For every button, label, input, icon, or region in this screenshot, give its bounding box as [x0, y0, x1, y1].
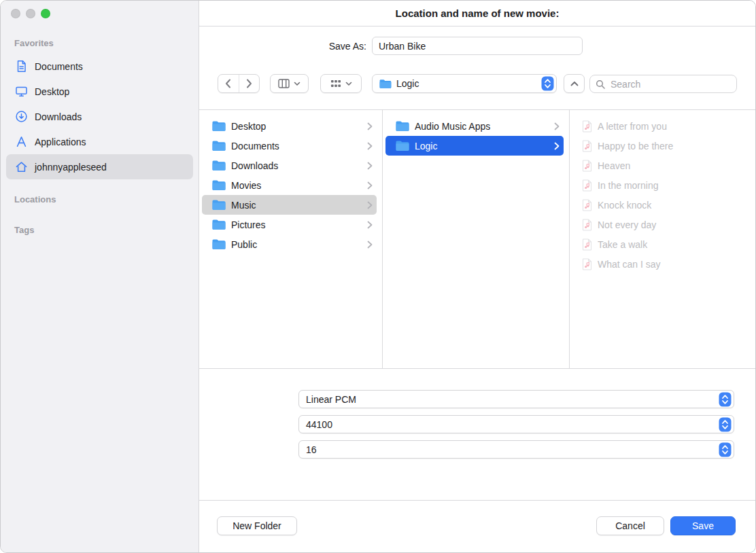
- window-controls: [11, 9, 50, 18]
- folder-icon: [211, 238, 226, 250]
- folder-item-downloads[interactable]: Downloads: [202, 156, 377, 175]
- location-popup-value: Logic: [396, 78, 536, 89]
- cancel-button[interactable]: Cancel: [596, 516, 664, 535]
- folder-name: Desktop: [231, 121, 362, 132]
- sidebar-section-title: Locations: [6, 190, 193, 210]
- file-item-what-can-i-say[interactable]: What can I say: [572, 254, 750, 274]
- chevron-right-icon: [367, 201, 373, 209]
- desktop-icon: [14, 85, 28, 99]
- applications-icon: [14, 135, 28, 149]
- audio-format-select[interactable]: Linear PCM: [298, 390, 734, 408]
- music-file-icon: [582, 238, 592, 251]
- sidebar-item-applications[interactable]: Applications: [6, 129, 193, 154]
- sidebar-item-label: Applications: [35, 137, 86, 147]
- folder-name: Music: [231, 200, 362, 211]
- file-name: Heaven: [598, 160, 746, 171]
- folder-item-logic[interactable]: Logic: [385, 136, 564, 156]
- file-item-in-the-morning[interactable]: In the morning: [572, 175, 750, 195]
- folder-item-music[interactable]: Music: [202, 195, 377, 215]
- chevron-right-icon: [367, 122, 373, 130]
- sidebar: FavoritesDocumentsDesktopDownloadsApplic…: [1, 1, 199, 552]
- group-view-button[interactable]: [320, 74, 362, 93]
- popup-stepper-icon: [541, 76, 554, 91]
- file-item-heaven[interactable]: Heaven: [572, 156, 750, 175]
- folder-icon: [211, 199, 226, 211]
- back-button[interactable]: [218, 75, 239, 92]
- sidebar-item-label: Downloads: [35, 111, 82, 122]
- chevron-down-icon: [345, 82, 352, 86]
- documents-icon: [14, 60, 28, 73]
- column-browser: DesktopDocumentsDownloadsMoviesMusicPict…: [199, 109, 755, 369]
- folder-name: Pictures: [231, 219, 362, 230]
- folder-item-pictures[interactable]: Pictures: [202, 215, 377, 234]
- chevron-right-icon: [367, 142, 373, 150]
- sidebar-item-documents[interactable]: Documents: [6, 54, 193, 79]
- location-popup[interactable]: Logic: [372, 74, 557, 93]
- stepper-icon: [719, 417, 732, 432]
- music-file-icon: [582, 140, 592, 152]
- chevron-right-icon: [367, 181, 373, 190]
- forward-button[interactable]: [239, 75, 260, 92]
- browser-column-3: A letter from youHappy to be thereHeaven…: [570, 110, 755, 368]
- file-name: What can I say: [598, 259, 746, 270]
- audio-format-row: Audio Format: Linear PCM: [199, 390, 755, 408]
- music-file-icon: [582, 258, 592, 270]
- chevron-right-icon: [554, 122, 560, 130]
- folder-name: Downloads: [231, 160, 362, 171]
- save-button[interactable]: Save: [670, 516, 736, 535]
- sidebar-item-johnnyappleseed[interactable]: johnnyappleseed: [6, 154, 193, 179]
- music-file-icon: [582, 179, 592, 192]
- grid-view-icon: [330, 79, 341, 88]
- save-dialog-window: FavoritesDocumentsDesktopDownloadsApplic…: [0, 0, 756, 553]
- folder-item-audio-music-apps[interactable]: Audio Music Apps: [385, 116, 564, 136]
- sidebar-item-desktop[interactable]: Desktop: [6, 79, 193, 104]
- stepper-icon: [719, 392, 732, 407]
- folder-name: Audio Music Apps: [415, 121, 549, 132]
- new-folder-button[interactable]: New Folder: [217, 516, 297, 535]
- file-name: Not every day: [598, 219, 746, 230]
- sidebar-item-label: Documents: [35, 61, 83, 72]
- chevron-right-icon: [246, 79, 252, 88]
- music-file-icon: [582, 120, 592, 132]
- folder-icon: [211, 120, 226, 132]
- sample-rate-value: 44100: [306, 419, 719, 430]
- chevron-up-icon: [570, 81, 579, 86]
- sidebar-sections: FavoritesDocumentsDesktopDownloadsApplic…: [6, 33, 193, 240]
- folder-icon: [211, 140, 226, 151]
- file-item-take-a-walk[interactable]: Take a walk: [572, 234, 750, 254]
- sample-rate-select[interactable]: 44100: [298, 415, 734, 433]
- file-item-a-letter-from-you[interactable]: A letter from you: [572, 116, 750, 136]
- music-file-icon: [582, 160, 592, 172]
- folder-item-public[interactable]: Public: [202, 234, 377, 254]
- save-as-label: Save As:: [273, 41, 366, 52]
- folder-item-documents[interactable]: Documents: [202, 136, 377, 156]
- file-item-happy-to-be-there[interactable]: Happy to be there: [572, 136, 750, 156]
- folder-name: Logic: [415, 141, 549, 151]
- column-view-button[interactable]: [270, 74, 309, 93]
- file-name: Take a walk: [598, 239, 746, 250]
- minimize-window-button[interactable]: [26, 9, 35, 18]
- save-as-input[interactable]: [372, 37, 583, 55]
- chevron-right-icon: [367, 221, 373, 229]
- zoom-window-button[interactable]: [41, 9, 50, 18]
- bit-depth-value: 16: [306, 444, 719, 455]
- folder-icon: [211, 179, 226, 191]
- browser-column-1: DesktopDocumentsDownloadsMoviesMusicPict…: [199, 110, 383, 368]
- file-name: Knock knock: [598, 200, 746, 211]
- folder-icon: [395, 140, 409, 151]
- sample-rate-row: Sample Rate: 44100: [199, 415, 755, 433]
- file-item-not-every-day[interactable]: Not every day: [572, 215, 750, 234]
- sidebar-section-title: Tags: [6, 220, 193, 240]
- chevron-down-icon: [294, 82, 300, 86]
- close-window-button[interactable]: [11, 9, 20, 18]
- folder-item-desktop[interactable]: Desktop: [202, 116, 377, 136]
- up-directory-button[interactable]: [564, 74, 585, 93]
- sidebar-item-downloads[interactable]: Downloads: [6, 104, 193, 129]
- file-item-knock-knock[interactable]: Knock knock: [572, 195, 750, 215]
- sidebar-item-label: Desktop: [35, 86, 69, 97]
- search-input[interactable]: [609, 78, 731, 90]
- bit-depth-select[interactable]: 16: [298, 440, 734, 459]
- search-field[interactable]: [589, 75, 737, 93]
- navigation-buttons: [218, 74, 260, 93]
- folder-item-movies[interactable]: Movies: [202, 175, 377, 195]
